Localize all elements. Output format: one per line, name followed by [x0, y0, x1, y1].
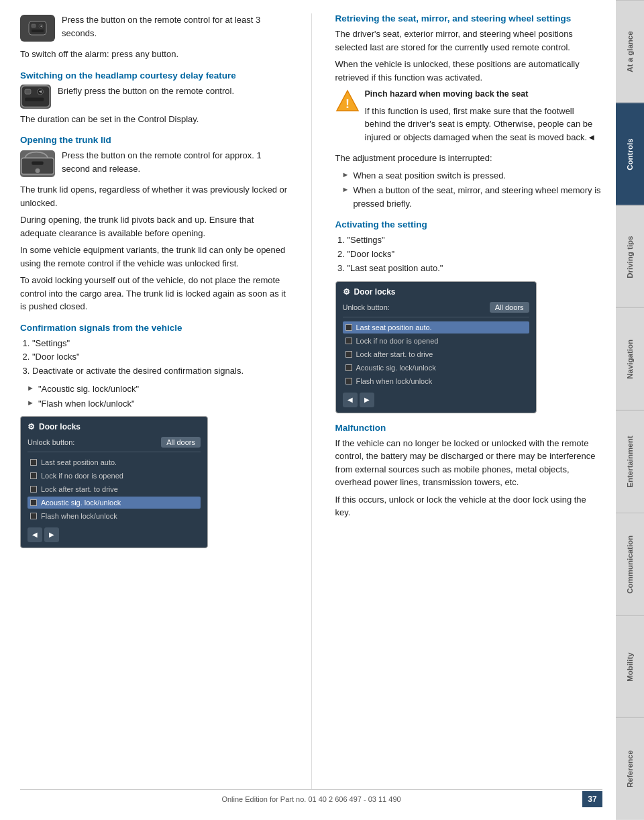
- sub-bullet-2: ► "Flash when lock/unlock": [27, 397, 288, 411]
- section-activating-heading: Activating the setting: [335, 219, 603, 229]
- sidebar-item-navigation[interactable]: Navigation: [616, 307, 644, 410]
- checkbox-right-2: [345, 351, 352, 358]
- malfunction-para2: If this occurs, unlock or lock the vehic…: [335, 493, 603, 519]
- checkbox-left-1: [30, 472, 37, 479]
- checkbox-left-0: [30, 459, 37, 466]
- door-locks-opt-right-1: Lock if no door is opened: [343, 335, 529, 347]
- door-locks-opt-left-3: Acoustic sig. lock/unlock: [28, 497, 201, 509]
- arrow-icon-1: ►: [27, 384, 34, 392]
- sub-bullet-text-1: "Acoustic sig. lock/unlock": [38, 382, 139, 396]
- right-sub-bullet-2: ► When a button of the seat, mirror, and…: [342, 184, 603, 210]
- right-sub-bullet-text-1: When a seat position switch is pressed.: [353, 169, 506, 183]
- svg-rect-11: [32, 162, 43, 165]
- trunk-para3: In some vehicle equipment variants, the …: [20, 244, 288, 270]
- alarm-note: To switch off the alarm: press any butto…: [20, 48, 288, 61]
- svg-rect-9: [25, 97, 44, 101]
- warning-row: ! Pinch hazard when moving back the seat…: [335, 88, 603, 148]
- svg-point-12: [36, 168, 40, 173]
- checkbox-left-4: [30, 513, 37, 519]
- headlamp-note: The duration can be set in the Control D…: [20, 113, 288, 126]
- nav-arrow-right-left: ◀: [343, 393, 358, 407]
- left-column: Press the button on the remote control f…: [20, 13, 294, 789]
- confirmation-list: "Settings" "Door locks" Deactivate or ac…: [20, 337, 288, 378]
- sidebar-item-at-a-glance[interactable]: At a glance: [616, 0, 644, 103]
- door-locks-opt-right-2: Lock after start. to drive: [343, 348, 529, 360]
- footer-text: Online Edition for Part no. 01 40 2 606 …: [221, 795, 400, 803]
- seat-para1: The driver's seat, exterior mirror, and …: [335, 28, 603, 54]
- checkbox-right-4: [345, 378, 352, 385]
- activating-item-3: "Last seat position auto.": [347, 262, 603, 276]
- nav-arrow-left-left: ◀: [28, 527, 42, 542]
- right-sub-bullet-1: ► When a seat position switch is pressed…: [342, 169, 603, 183]
- page-number: 37: [582, 791, 602, 807]
- svg-rect-0: [29, 21, 46, 35]
- footer: Online Edition for Part no. 01 40 2 606 …: [20, 789, 602, 807]
- sidebar-item-reference[interactable]: Reference: [616, 717, 644, 820]
- door-locks-screenshot-left: ⚙ Door locks Unlock button: All doors La…: [20, 416, 208, 548]
- confirmation-item-2: "Door locks": [32, 350, 288, 364]
- nav-arrows-left: ◀ ▶: [28, 527, 201, 542]
- sidebar-item-mobility[interactable]: Mobility: [616, 615, 644, 718]
- door-locks-unlock-row-left: Unlock button: All doors: [28, 437, 201, 452]
- activating-list: "Settings" "Door locks" "Last seat posit…: [335, 234, 603, 275]
- door-locks-opt-right-3: Acoustic sig. lock/unlock: [343, 362, 529, 374]
- malfunction-para1: If the vehicle can no longer be locked o…: [335, 437, 603, 489]
- section-headlamp-heading: Switching on the headlamp courtesy delay…: [20, 70, 288, 81]
- section-seat-heading: Retrieving the seat, mirror, and steerin…: [335, 13, 603, 23]
- remote-icon-small: [20, 85, 51, 109]
- section-trunk-heading: Opening the trunk lid: [20, 135, 288, 145]
- column-divider: [311, 13, 312, 789]
- confirmation-item-1: "Settings": [32, 337, 288, 351]
- headlamp-icon-row: Briefly press the button on the remote c…: [20, 85, 288, 109]
- nav-arrows-right: ◀ ▶: [343, 393, 529, 407]
- sub-bullet-1: ► "Acoustic sig. lock/unlock": [27, 382, 288, 396]
- svg-rect-4: [32, 30, 44, 32]
- sidebar-item-entertainment[interactable]: Entertainment: [616, 410, 644, 513]
- door-locks-opt-left-1: Lock if no door is opened: [28, 470, 201, 482]
- svg-rect-5: [21, 86, 50, 107]
- main-content: Press the button on the remote control f…: [0, 0, 616, 820]
- svg-rect-1: [32, 24, 36, 28]
- sidebar-item-controls[interactable]: Controls: [616, 103, 644, 205]
- remote-press-desc: Press the button on the remote control f…: [62, 13, 288, 40]
- right-column: Retrieving the seat, mirror, and steerin…: [329, 13, 603, 789]
- confirmation-item-3: Deactivate or activate the desired confi…: [32, 364, 288, 378]
- section-confirmation-heading: Confirmation signals from the vehicle: [20, 323, 288, 333]
- seat-para2: When the vehicle is unlocked, these posi…: [335, 58, 603, 84]
- door-locks-opt-left-4: Flash when lock/unlock: [28, 510, 201, 522]
- door-locks-title-left: ⚙ Door locks: [28, 422, 201, 431]
- adjustment-interrupted: The adjustment procedure is interrupted:: [335, 152, 603, 165]
- headlamp-desc: Briefly press the button on the remote c…: [58, 85, 234, 98]
- arrow-icon-2: ►: [27, 399, 34, 407]
- remote-icon: [20, 15, 55, 42]
- door-locks-icon-left: ⚙: [28, 422, 35, 431]
- door-locks-opt-right-0: Last seat position auto.: [343, 321, 529, 334]
- section-malfunction-heading: Malfunction: [335, 423, 603, 433]
- sidebar-item-communication[interactable]: Communication: [616, 513, 644, 615]
- trunk-para1: The trunk lid opens, regardless of wheth…: [20, 183, 288, 209]
- warning-body: If this function is used, first make sur…: [365, 105, 603, 144]
- trunk-para2: During opening, the trunk lid pivots bac…: [20, 213, 288, 240]
- remote-press-row: Press the button on the remote control f…: [20, 13, 288, 44]
- checkbox-right-1: [345, 338, 352, 344]
- checkbox-right-3: [345, 364, 352, 371]
- checkbox-right-0: [345, 324, 352, 331]
- sidebar-item-driving-tips[interactable]: Driving tips: [616, 205, 644, 308]
- door-locks-opt-left-2: Lock after start. to drive: [28, 483, 201, 495]
- door-locks-screenshot-right: ⚙ Door locks Unlock button: All doors La…: [335, 281, 537, 413]
- right-sub-bullet-text-2: When a button of the seat, mirror, and s…: [353, 184, 602, 210]
- trunk-desc: Press the button on the remote control f…: [62, 149, 288, 175]
- svg-text:!: !: [345, 97, 350, 111]
- door-locks-unlock-row-right: Unlock button: All doors: [343, 302, 529, 317]
- nav-arrow-right-right: ▶: [360, 393, 374, 407]
- svg-rect-6: [25, 89, 31, 94]
- sub-bullet-text-2: "Flash when lock/unlock": [38, 397, 135, 411]
- warning-icon: !: [335, 89, 360, 113]
- door-locks-icon-right: ⚙: [343, 287, 350, 297]
- checkbox-left-3: [30, 499, 37, 506]
- trunk-icon: [20, 150, 55, 177]
- sidebar: At a glance Controls Driving tips Naviga…: [616, 0, 644, 820]
- trunk-para4: To avoid locking yourself out of the veh…: [20, 274, 288, 313]
- door-locks-title-right: ⚙ Door locks: [343, 287, 529, 297]
- right-arrow-icon-1: ►: [342, 170, 350, 178]
